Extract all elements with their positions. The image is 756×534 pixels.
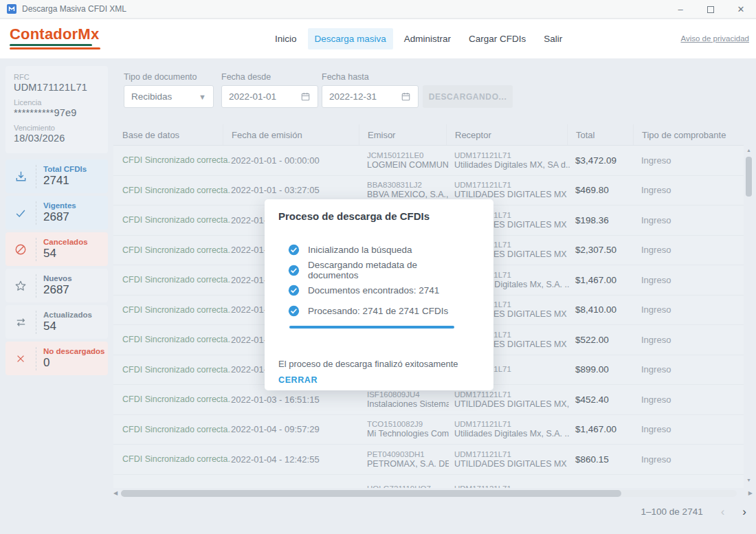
table-row[interactable]: HOLG721119UQ7 UDM171121L71	[113, 475, 744, 489]
pagination: 1–100 de 2741 ‹ ›	[641, 506, 746, 518]
row-receptor: UDM171121L71 Utilidades Digitales MX, SA…	[454, 151, 575, 170]
stat-label: Nuevos	[43, 274, 108, 282]
modal-message: El proceso de descarga finalizó exitosam…	[278, 359, 470, 369]
row-total: $860.15	[575, 454, 641, 465]
download-button[interactable]: DESCARGANDO...	[423, 85, 513, 108]
row-tipo: Ingreso	[641, 155, 744, 166]
stat-card-vigentes[interactable]: Vigentes 2687	[5, 196, 108, 230]
horizontal-scroll-thumb[interactable]	[121, 490, 621, 497]
chevron-down-icon: ▼	[199, 93, 206, 101]
modal-step: Procesando: 2741 de 2741 CFDIs	[288, 301, 470, 322]
row-date: 2022-01-04 - 12:42:55	[231, 454, 367, 465]
modal-step-text: Procesando: 2741 de 2741 CFDIs	[308, 306, 448, 316]
maximize-icon	[707, 6, 714, 13]
stat-card-nuevos[interactable]: Nuevos 2687	[5, 269, 108, 302]
row-emisor: JCM150121LE0 LOGMEIN COMMUNICATIO...	[367, 151, 454, 170]
nav-item-cargar-cfdis[interactable]: Cargar CFDIs	[462, 28, 533, 49]
stat-card-total-cfdis[interactable]: Total CFDIs 2741	[5, 159, 108, 193]
scroll-right-icon[interactable]: ▶	[748, 489, 753, 498]
column-header: Emisor	[359, 124, 454, 145]
modal-step-text: Inicializando la búsqueda	[308, 245, 412, 255]
stat-card-no-descargados[interactable]: No descargados 0	[5, 342, 108, 375]
row-status: CFDI Sincronizado correcta...	[122, 425, 231, 434]
logo-underline-green	[10, 44, 92, 46]
download-progress-modal: Proceso de descarga de CFDIs Inicializan…	[265, 199, 493, 390]
nav-item-administrar[interactable]: Administrar	[397, 28, 458, 49]
table-header: Base de datosFecha de emisiónEmisorRecep…	[113, 124, 744, 146]
account-info-card: RFC UDM171121L71 Licencia **********97e9…	[5, 66, 108, 153]
cancel-icon	[5, 243, 36, 256]
row-date: 2022-01-04 - 09:57:29	[231, 424, 367, 434]
doc-type-select[interactable]: Recibidas ▼	[124, 85, 214, 108]
row-tipo: Ingreso	[641, 245, 744, 255]
row-total: $899.00	[575, 364, 641, 375]
nav-item-inicio[interactable]: Inicio	[268, 28, 304, 49]
row-tipo: Ingreso	[641, 215, 744, 225]
table-row[interactable]: CFDI Sincronizado correcta... 2022-01-04…	[113, 445, 744, 475]
date-from-input[interactable]: 2022-01-01	[221, 85, 318, 108]
stat-card-actualizados[interactable]: Actualizados 54	[5, 305, 108, 339]
row-tipo: Ingreso	[641, 394, 744, 405]
row-receptor: UDM171121L71 UTILIDADES DIGITALES MX ...	[454, 450, 575, 469]
info-field: RFC UDM171121L71	[14, 73, 100, 93]
row-receptor: UDM171121L71	[454, 485, 575, 488]
minimize-button[interactable]: –	[665, 0, 696, 19]
maximize-button[interactable]	[696, 0, 726, 19]
row-receptor: UDM171121L71 UTILIDADES DIGITALES MX ...	[454, 181, 575, 199]
info-value: UDM171121L71	[14, 82, 100, 93]
nav-item-descarga-masiva[interactable]: Descarga masiva	[308, 28, 393, 49]
doc-type-label: Tipo de documento	[124, 72, 197, 82]
main-nav: InicioDescarga masivaAdministrarCargar C…	[268, 19, 569, 58]
row-emisor: PET040903DH1 PETROMAX, S.A. DE C.V.	[367, 450, 454, 469]
row-status: CFDI Sincronizado correcta...	[122, 275, 231, 285]
table-row[interactable]: CFDI Sincronizado correcta... 2022-01-04…	[113, 415, 744, 445]
horizontal-scrollbar[interactable]: ◀ ▶	[113, 489, 753, 498]
doc-type-value: Recibidas	[131, 91, 199, 102]
pagination-next-button[interactable]: ›	[742, 506, 746, 518]
scroll-left-icon[interactable]: ◀	[113, 489, 118, 498]
calendar-icon	[401, 91, 411, 102]
info-field: Vencimiento 18/03/2026	[14, 124, 100, 144]
info-value: **********97e9	[14, 107, 100, 118]
stat-label: Vigentes	[43, 201, 108, 210]
nav-item-salir[interactable]: Salir	[537, 28, 569, 49]
download-icon	[5, 170, 36, 183]
stat-value: 2687	[43, 283, 108, 297]
app-header: ContadorMx InicioDescarga masivaAdminist…	[0, 19, 756, 58]
vertical-scroll-thumb[interactable]	[746, 157, 752, 197]
row-receptor: UDM171121L71 Utilidades Digitales Mx, S.…	[454, 420, 575, 438]
stat-value: 0	[43, 356, 108, 370]
pagination-prev-button[interactable]: ‹	[721, 506, 725, 518]
modal-step: Descargando metadata de documentos	[288, 260, 470, 281]
row-tipo: Ingreso	[641, 335, 744, 345]
row-status: CFDI Sincronizado correcta...	[122, 305, 231, 315]
app-icon	[7, 4, 16, 14]
stats-panel: Total CFDIs 2741 Vigentes 2687 Cancelado…	[5, 159, 108, 378]
title-bar: Descarga Masiva CFDI XML – ✕	[0, 0, 756, 19]
row-date: 2022-01-01 - 00:00:00	[231, 155, 367, 166]
stat-value: 54	[43, 320, 108, 333]
row-status: CFDI Sincronizado correcta...	[122, 394, 231, 404]
row-total: $522.00	[575, 335, 641, 345]
privacy-link[interactable]: Aviso de privacidad	[680, 34, 749, 43]
stat-label: Total CFDIs	[43, 165, 108, 173]
stat-card-cancelados[interactable]: Cancelados 54	[5, 232, 108, 266]
row-status: CFDI Sincronizado correcta...	[122, 365, 231, 375]
close-button[interactable]: ✕	[726, 0, 756, 19]
date-to-input[interactable]: 2022-12-31	[322, 85, 419, 108]
scroll-down-icon[interactable]: ▼	[745, 478, 753, 482]
row-total: $3,472.09	[575, 155, 641, 166]
table-row[interactable]: CFDI Sincronizado correcta... 2022-01-01…	[113, 146, 744, 176]
modal-close-button[interactable]: CERRAR	[278, 375, 318, 385]
stat-value: 2687	[43, 210, 108, 224]
logo-text: ContadorMx	[10, 25, 100, 43]
vertical-scrollbar[interactable]: ▲ ▼	[745, 148, 753, 482]
logo: ContadorMx	[10, 25, 100, 49]
date-to-value: 2022-12-31	[329, 91, 401, 102]
info-label: Vencimiento	[14, 124, 100, 132]
row-tipo: Ingreso	[641, 364, 744, 375]
check-circle-icon	[288, 285, 300, 296]
modal-step-text: Documentos encontrados: 2741	[308, 285, 439, 296]
horizontal-scroll-track[interactable]	[121, 490, 737, 497]
scroll-up-icon[interactable]: ▲	[745, 148, 753, 153]
